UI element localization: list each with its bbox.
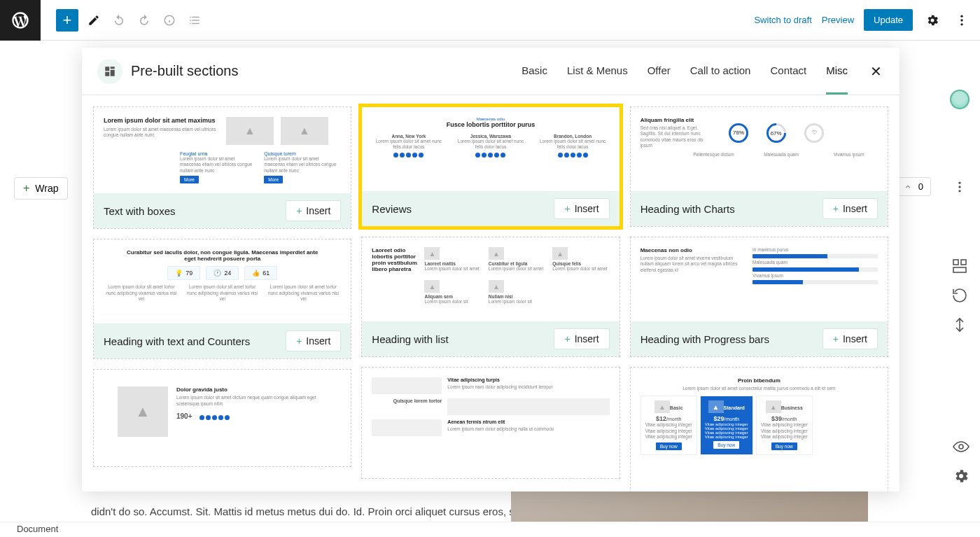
more-vertical-icon[interactable]: [952, 11, 972, 30]
card-title: Reviews: [372, 203, 412, 215]
plus-icon: +: [296, 205, 302, 216]
plus-icon: +: [833, 203, 839, 214]
pencil-icon[interactable]: [84, 11, 104, 30]
modal-title: Pre-built sections: [131, 63, 238, 79]
add-block-button[interactable]: +: [56, 9, 78, 32]
card-reviews: Maecenas odio Fusce lobortis porttitor p…: [361, 106, 620, 227]
undo-icon[interactable]: [109, 11, 129, 30]
card-preview: Laoreet odio lobortis porttitor proin ve…: [362, 237, 619, 321]
card-title: Heading with list: [372, 333, 448, 345]
card-footer: Text with boxes +Insert: [94, 193, 351, 228]
topbar-right: Switch to draft Preview Update: [754, 9, 972, 31]
card-preview: Vitae adipiscing turpisLorem ipsum nam d…: [362, 368, 619, 478]
card-footer: Heading with list +Insert: [362, 321, 619, 356]
plus-icon: +: [296, 335, 302, 347]
move-icon[interactable]: [951, 316, 968, 333]
insert-button[interactable]: +Insert: [554, 198, 609, 219]
status-text: Document: [17, 524, 58, 534]
more-vertical-icon[interactable]: [950, 177, 969, 197]
right-rail-bottom: [953, 438, 969, 484]
plus-icon: +: [564, 203, 570, 214]
modal-header: Pre-built sections Basic List & Menus Of…: [82, 48, 899, 95]
svg-point-3: [960, 15, 962, 17]
card-preview: Maecenas odio Fusce lobortis porttitor p…: [362, 107, 619, 191]
svg-rect-11: [953, 267, 966, 272]
sections-icon: [97, 59, 122, 84]
tab-list-menus[interactable]: List & Menus: [567, 48, 628, 95]
tab-contact[interactable]: Contact: [770, 48, 806, 95]
revisions-icon[interactable]: [951, 287, 968, 304]
modal-tabs: Basic List & Menus Offer Call to action …: [522, 48, 848, 95]
card-footer: Reviews +Insert: [362, 191, 619, 226]
card-footer: Heading with Charts +Insert: [631, 191, 888, 226]
upvote-counter[interactable]: 0: [895, 177, 931, 196]
modal-body[interactable]: Lorem ipsum dolor sit amet maximusLorem …: [82, 95, 899, 491]
card-preview: Curabitur sed iaculis dolor, non congue …: [94, 239, 351, 323]
card-text-with-boxes: Lorem ipsum dolor sit amet maximusLorem …: [93, 106, 351, 229]
wrap-label-text: Wrap: [35, 183, 58, 194]
wrap-block-label[interactable]: + Wrap: [14, 177, 68, 200]
template-icon[interactable]: [951, 258, 968, 274]
plus-icon: +: [833, 333, 839, 344]
redo-icon[interactable]: [134, 11, 154, 30]
card-footer: Heading with text and Counters +Insert: [94, 323, 351, 358]
tab-basic[interactable]: Basic: [522, 48, 547, 95]
switch-to-draft-link[interactable]: Switch to draft: [754, 15, 811, 25]
insert-button[interactable]: +Insert: [822, 198, 878, 219]
svg-point-7: [958, 186, 960, 188]
list-icon[interactable]: [185, 11, 204, 30]
card-preview: Proin bibendum Lorem ipsum dolor sit ame…: [631, 368, 888, 491]
svg-point-5: [960, 23, 962, 25]
eye-icon[interactable]: [953, 438, 969, 455]
gear-icon[interactable]: [923, 11, 942, 30]
card-title: Heading with Progress bars: [640, 333, 769, 345]
svg-point-8: [958, 190, 960, 192]
card-title: Text with boxes: [104, 205, 176, 217]
card-preview: Maecenas non odioLorem ipsum dolor sit a…: [631, 237, 888, 321]
plus-icon: +: [564, 333, 570, 344]
card-pricing: Proin bibendum Lorem ipsum dolor sit ame…: [630, 367, 888, 491]
close-icon[interactable]: ✕: [867, 63, 884, 80]
insert-button[interactable]: +Insert: [286, 330, 341, 351]
status-bar: Document: [0, 522, 980, 537]
card-preview: Aliquam fringilla elitSed cras nisl aliq…: [631, 107, 888, 191]
svg-rect-10: [961, 260, 966, 265]
card-title: Heading with Charts: [640, 203, 735, 215]
info-icon[interactable]: [160, 11, 179, 30]
card-heading-list: Laoreet odio lobortis porttitor proin ve…: [361, 237, 620, 357]
svg-rect-9: [953, 260, 958, 265]
card-footer: Heading with Progress bars +Insert: [631, 321, 888, 356]
wp-logo[interactable]: [0, 0, 41, 41]
tab-misc[interactable]: Misc: [826, 48, 848, 95]
update-button[interactable]: Update: [864, 9, 913, 31]
card-about-team: ▲ Dolor gravida justo Lorem ipsum dolor …: [93, 369, 351, 467]
insert-button[interactable]: +Insert: [286, 200, 341, 221]
insert-button[interactable]: +Insert: [822, 328, 878, 349]
svg-point-12: [959, 445, 963, 449]
card-feature-list: Vitae adipiscing turpisLorem ipsum nam d…: [361, 367, 620, 479]
insert-button[interactable]: +Insert: [554, 328, 609, 349]
svg-point-6: [958, 182, 960, 184]
tab-offer[interactable]: Offer: [648, 48, 671, 95]
card-heading-charts: Aliquam fringilla elitSed cras nisl aliq…: [630, 106, 888, 227]
editor-topbar: + Switch to draft Preview Update: [0, 0, 980, 41]
card-heading-counters: Curabitur sed iaculis dolor, non congue …: [93, 239, 351, 359]
card-title: Heading with text and Counters: [104, 335, 250, 347]
card-heading-progress: Maecenas non odioLorem ipsum dolor sit a…: [630, 237, 888, 357]
preview-button[interactable]: Preview: [822, 15, 854, 25]
topbar-left-tools: +: [49, 9, 204, 32]
avatar[interactable]: [950, 90, 969, 109]
svg-point-4: [960, 19, 962, 21]
prebuilt-sections-modal: Pre-built sections Basic List & Menus Of…: [82, 48, 899, 491]
right-rail-tools: [939, 258, 980, 333]
tab-call-to-action[interactable]: Call to action: [690, 48, 751, 95]
gear-icon[interactable]: [953, 468, 969, 484]
card-preview: Lorem ipsum dolor sit amet maximusLorem …: [94, 107, 351, 193]
upvote-count: 0: [918, 181, 923, 192]
plus-icon: +: [23, 182, 29, 195]
card-preview: ▲ Dolor gravida justo Lorem ipsum dolor …: [94, 370, 351, 466]
